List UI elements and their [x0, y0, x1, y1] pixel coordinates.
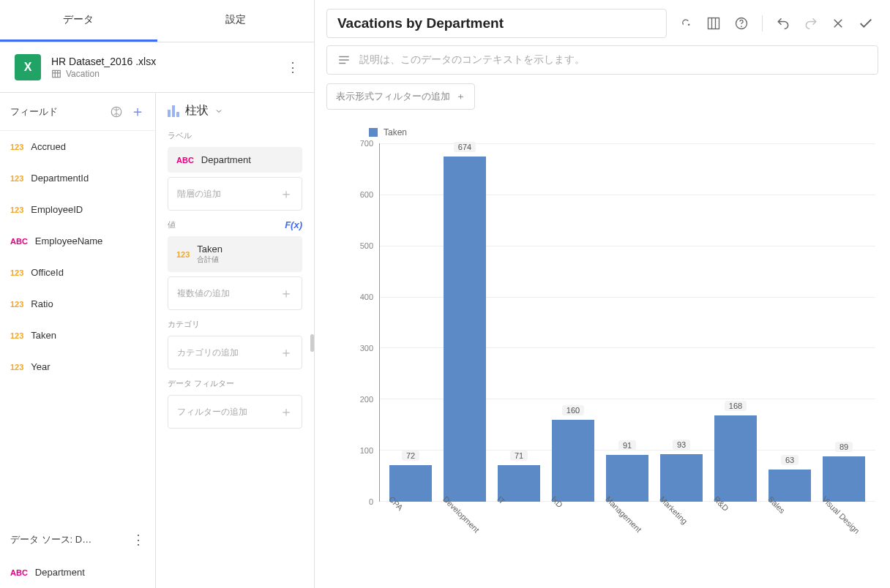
chart-canvas: Taken 0100200300400500600700 72674711609… [326, 110, 878, 588]
add-hierarchy-dropzone[interactable]: 階層の追加＋ [168, 177, 302, 211]
datasource-section-more-icon[interactable]: ⋮ [132, 532, 145, 548]
field-name: EmployeeID [31, 204, 83, 215]
field-item[interactable]: 123EmployeeID [0, 194, 155, 225]
field-item[interactable]: 123OfficeId [0, 257, 155, 288]
y-axis-tick: 700 [360, 139, 373, 148]
label-chip-department[interactable]: ABC Department [168, 147, 302, 173]
visualization-panel: Vacations by Department 説明は、このデータのコンテキスト… [315, 0, 890, 588]
scrollbar-handle[interactable] [310, 334, 314, 352]
grid-icon[interactable] [706, 16, 721, 31]
bar-chart-icon [168, 105, 179, 117]
help-icon[interactable] [734, 16, 749, 31]
field-type-icon: 123 [10, 268, 23, 277]
y-axis-tick: 300 [360, 344, 373, 353]
bar-value-label: 93 [673, 440, 690, 450]
bar-value-label: 72 [402, 451, 419, 461]
redo-icon[interactable] [804, 16, 818, 31]
bar-value-label: 160 [562, 405, 584, 415]
field-name: Accrued [31, 141, 66, 152]
bar[interactable]: 93 [656, 143, 707, 502]
add-field-icon[interactable]: ＋ [130, 102, 145, 121]
close-icon[interactable] [831, 17, 845, 30]
add-data-filter-dropzone[interactable]: フィルターの追加＋ [168, 395, 302, 429]
field-item[interactable]: 123Year [0, 351, 155, 382]
bar[interactable]: 168 [710, 143, 761, 502]
bar[interactable]: 71 [493, 143, 545, 502]
x-axis-label: Marketing [640, 494, 700, 555]
link-settings-icon[interactable] [678, 16, 693, 31]
y-axis-tick: 400 [360, 293, 373, 301]
bar[interactable]: 72 [385, 143, 436, 502]
builder-column: 柱状 ラベル ABC Department 階層の追加＋ 値 F(x) 123 [156, 93, 314, 588]
field-item[interactable]: 123Ratio [0, 288, 155, 320]
field-name: DepartmentId [31, 173, 89, 184]
chevron-down-icon [214, 107, 223, 116]
add-values-dropzone[interactable]: 複数値の追加＋ [168, 276, 302, 310]
bar[interactable]: 674 [439, 143, 490, 502]
datasource-more-icon[interactable]: ⋮ [286, 59, 299, 75]
viz-description-input[interactable]: 説明は、このデータのコンテキストを示します。 [326, 45, 878, 75]
field-type-icon: 123 [10, 300, 23, 309]
field-type-icon: 123 [10, 143, 23, 151]
value-chip-taken[interactable]: 123 Taken 合計値 [168, 236, 302, 272]
field-type-icon: ABC [10, 237, 28, 246]
chart-type-selector[interactable]: 柱状 [168, 103, 302, 118]
bar-value-label: 71 [510, 451, 528, 461]
toolbar-separator [762, 15, 763, 31]
fields-heading: フィールド [10, 105, 102, 118]
x-axis-label: Management [586, 494, 646, 555]
legend-swatch [369, 128, 378, 137]
datasource-table: Vacation [66, 69, 100, 79]
field-name: Year [31, 361, 50, 372]
svg-point-10 [741, 26, 742, 27]
field-item[interactable]: 123DepartmentId [0, 162, 155, 194]
y-axis-tick: 200 [360, 395, 373, 404]
x-axis-label: Visual Design [802, 494, 863, 555]
field-name: OfficeId [31, 267, 64, 278]
undo-icon[interactable] [776, 16, 790, 31]
bar-value-label: 63 [781, 455, 799, 465]
y-axis-tick: 500 [360, 241, 373, 250]
field-type-icon: 123 [10, 331, 23, 340]
bar[interactable]: 160 [547, 143, 599, 502]
viz-title-input[interactable]: Vacations by Department [326, 9, 667, 38]
config-tabs: データ 設定 [0, 0, 314, 42]
x-axis-label: Development [423, 494, 484, 555]
y-axis-tick: 0 [369, 497, 373, 506]
datasource-section-label: データ ソース: D… [10, 533, 126, 546]
tab-settings[interactable]: 設定 [157, 0, 315, 42]
fx-icon[interactable]: F(x) [285, 219, 302, 230]
bar[interactable]: 91 [602, 143, 653, 502]
field-name: Ratio [31, 298, 53, 309]
add-viz-filter-button[interactable]: 表示形式フィルターの追加 ＋ [326, 83, 475, 110]
bar-value-label: 91 [618, 440, 636, 451]
field-type-icon: ABC [10, 568, 28, 577]
filter-section-heading: データ フィルター [168, 378, 302, 389]
value-chip-text: Taken [197, 244, 222, 255]
x-axis-label: IT [477, 494, 538, 555]
category-section-heading: カテゴリ [168, 319, 302, 330]
bar[interactable]: 89 [818, 143, 870, 502]
field-type-icon: 123 [10, 174, 23, 183]
field-item[interactable]: ABCDepartment [0, 557, 155, 588]
svg-point-5 [688, 23, 690, 26]
datasource-filename: HR Dataset_2016 .xlsx [51, 56, 276, 67]
tab-data[interactable]: データ [0, 0, 157, 42]
value-chip-agg: 合計値 [197, 255, 222, 265]
check-icon[interactable] [858, 15, 874, 31]
brain-icon[interactable] [110, 105, 123, 118]
field-name: Taken [31, 330, 56, 341]
bar[interactable]: 63 [764, 143, 815, 502]
add-category-dropzone[interactable]: カテゴリの追加＋ [168, 336, 302, 369]
field-item[interactable]: ABCEmployeeName [0, 225, 155, 257]
plus-icon: ＋ [280, 344, 293, 361]
table-icon [51, 69, 61, 79]
svg-rect-6 [708, 18, 719, 29]
description-icon [337, 53, 351, 67]
value-section-heading: 値 [168, 219, 176, 230]
field-item[interactable]: 123Taken [0, 320, 155, 351]
field-item[interactable]: 123Accrued [0, 131, 155, 162]
x-axis-label: CPA [369, 494, 430, 555]
excel-file-icon: X [15, 54, 41, 80]
x-axis-label: Sales [748, 494, 809, 555]
